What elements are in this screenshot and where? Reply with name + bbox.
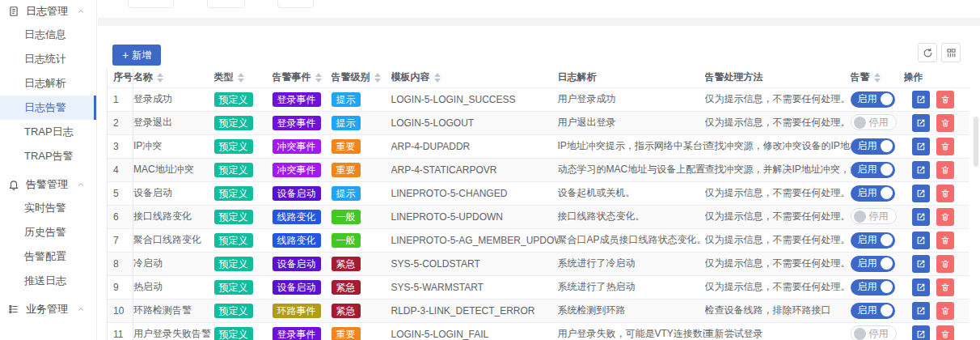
delete-button[interactable] <box>936 91 954 108</box>
alarm-toggle-on[interactable]: 启用 <box>851 303 895 319</box>
delete-button[interactable] <box>936 138 954 155</box>
column-header-alarm[interactable]: 告警 <box>851 68 904 87</box>
edit-button[interactable] <box>912 325 930 340</box>
template-cell: ARP-4-DUPADDR <box>391 134 558 158</box>
edit-button[interactable] <box>912 255 930 273</box>
edit-button[interactable] <box>912 161 930 179</box>
refresh-button[interactable] <box>918 43 937 62</box>
filter-input[interactable] <box>128 0 174 8</box>
alarm-toggle-on[interactable]: 启用 <box>851 256 895 272</box>
sidebar-item-推送日志[interactable]: 推送日志 <box>0 269 96 293</box>
type-cell: 预定义 <box>214 111 272 134</box>
level-badge: 提示 <box>332 92 361 107</box>
alarm-toggle-off[interactable]: 停用 <box>851 325 897 340</box>
column-label: 操作 <box>904 71 923 83</box>
alarm-cell: 启用 <box>851 158 904 181</box>
alarm-toggle-off[interactable]: 停用 <box>851 208 897 224</box>
edit-button[interactable] <box>912 278 930 296</box>
edit-button[interactable] <box>912 208 930 226</box>
type-cell: 预定义 <box>214 228 272 252</box>
alarm-toggle-on[interactable]: 启用 <box>851 185 895 202</box>
method-cell: 查找冲突源，修改冲突设备的IP地址或者修... <box>705 134 851 158</box>
template-cell: ARP-4-STATICARPOVR <box>391 158 558 181</box>
delete-button[interactable] <box>936 325 954 340</box>
edit-icon <box>916 189 926 198</box>
delete-button[interactable] <box>936 208 954 226</box>
sidebar-item-历史告警[interactable]: 历史告警 <box>0 220 96 244</box>
sidebar-item-实时告警[interactable]: 实时告警 <box>0 196 96 220</box>
table-row: 9热启动预定义设备启动紧急SYS-5-WARMSTART系统进行了热启动仅为提示… <box>108 275 969 299</box>
alarm-toggle-on[interactable]: 启用 <box>851 138 895 155</box>
table-header-row: 序号名称类型告警事件告警级别模板内容日志解析告警处理方法告警操作 <box>108 68 969 87</box>
edit-button[interactable] <box>912 91 930 108</box>
trash-icon <box>940 189 950 198</box>
sort-icon[interactable] <box>238 73 244 83</box>
edit-button[interactable] <box>912 302 930 320</box>
edit-button[interactable] <box>912 114 930 132</box>
delete-button[interactable] <box>936 255 954 273</box>
column-header-type[interactable]: 类型 <box>214 68 272 87</box>
level-cell: 紧急 <box>332 275 391 299</box>
column-header-level[interactable]: 告警级别 <box>332 68 391 87</box>
toggle-knob <box>854 117 866 129</box>
sort-icon[interactable] <box>434 73 441 83</box>
sidebar-item-日志信息[interactable]: 日志信息 <box>0 23 96 47</box>
alarm-toggle-on[interactable]: 启用 <box>851 91 895 108</box>
sort-icon[interactable] <box>157 73 163 83</box>
delete-button[interactable] <box>936 278 954 296</box>
alarm-toggle-off[interactable]: 停用 <box>851 114 897 130</box>
edit-icon <box>916 142 926 151</box>
toggle-knob <box>854 210 866 223</box>
edit-icon <box>916 306 926 316</box>
toggle-knob <box>854 328 866 340</box>
template-cell: LINEPROTO-5-CHANGED <box>391 181 558 205</box>
edit-icon <box>916 212 926 222</box>
parse-cell: 系统进行了冷启动 <box>558 252 705 275</box>
delete-button[interactable] <box>936 232 954 249</box>
sidebar-item-日志解析[interactable]: 日志解析 <box>0 71 96 96</box>
scrollbar-thumb[interactable] <box>974 117 978 167</box>
sort-icon[interactable] <box>874 73 881 83</box>
edit-button[interactable] <box>912 138 930 155</box>
toolbar: + 新增 <box>98 26 980 68</box>
alarm-toggle-on[interactable]: 启用 <box>851 279 895 295</box>
ops-cell <box>904 228 969 252</box>
sidebar-item-日志统计[interactable]: 日志统计 <box>0 47 96 71</box>
alarm-toggle-on[interactable]: 启用 <box>851 162 895 178</box>
table-scrollbar[interactable] <box>974 91 978 340</box>
column-header-event[interactable]: 告警事件 <box>272 68 332 87</box>
sidebar-section-业务管理[interactable]: 业务管理 <box>0 298 96 321</box>
delete-button[interactable] <box>936 185 954 202</box>
method-cell: 仅为提示信息，不需要任何处理。 <box>705 275 851 299</box>
sidebar-item-日志告警[interactable]: 日志告警 <box>0 96 96 120</box>
sort-icon[interactable] <box>374 73 381 83</box>
alarm-toggle-on[interactable]: 启用 <box>851 232 895 249</box>
delete-button[interactable] <box>936 302 954 320</box>
level-badge: 紧急 <box>332 304 361 318</box>
table-row: 5设备启动预定义设备启动提示LINEPROTO-5-CHANGED设备起机或关机… <box>108 181 969 205</box>
filter-input[interactable] <box>277 0 314 8</box>
ops-cell <box>904 275 969 299</box>
filter-input[interactable] <box>207 0 245 8</box>
sort-icon[interactable] <box>315 73 322 83</box>
type-badge: 预定义 <box>214 92 253 107</box>
table-row: 11用户登录失败告警预定义登录事件重要LOGIN-5-LOGIN_FAIL用户登… <box>108 322 969 340</box>
column-settings-button[interactable] <box>941 43 961 62</box>
sidebar-section-日志管理[interactable]: 日志管理 <box>0 0 96 23</box>
table-body: 1登录成功预定义登录事件提示LOGIN-5-LOGIN_SUCCESS用户登录成… <box>108 87 969 340</box>
sidebar-item-TRAP告警[interactable]: TRAP告警 <box>0 144 96 168</box>
delete-button[interactable] <box>936 161 954 179</box>
ops-cell <box>904 205 969 228</box>
delete-button[interactable] <box>936 114 954 132</box>
column-header-name[interactable]: 名称 <box>133 68 214 87</box>
sidebar-item-TRAP日志[interactable]: TRAP日志 <box>0 120 96 144</box>
alarm-cell: 停用 <box>851 322 904 340</box>
edit-button[interactable] <box>912 232 930 249</box>
sidebar-section-告警管理[interactable]: 告警管理 <box>0 173 96 196</box>
add-button[interactable]: + 新增 <box>112 45 161 66</box>
sidebar-item-label: TRAP日志 <box>24 125 74 139</box>
toggle-knob <box>881 93 893 105</box>
sidebar-item-告警配置[interactable]: 告警配置 <box>0 244 96 269</box>
column-header-template[interactable]: 模板内容 <box>391 68 558 87</box>
edit-button[interactable] <box>912 185 930 202</box>
